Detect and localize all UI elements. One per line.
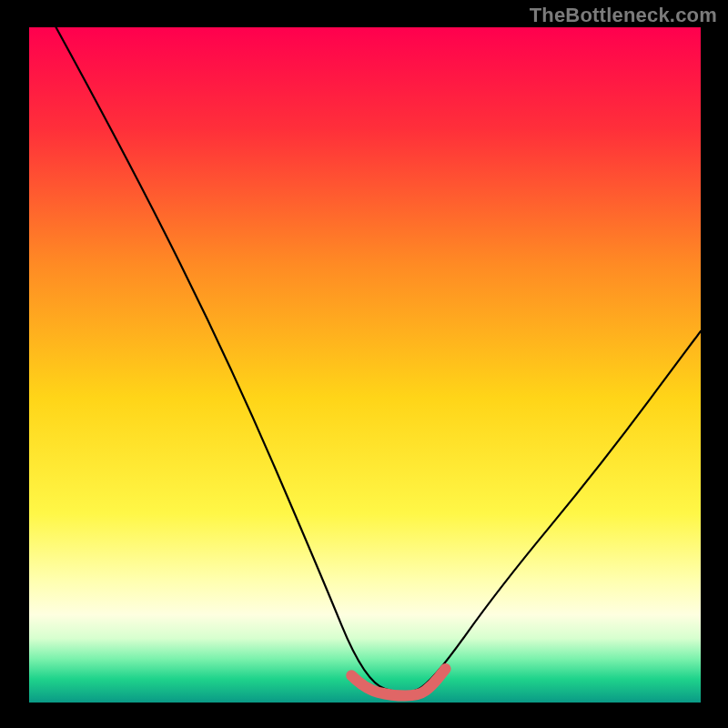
outer-frame: TheBottleneck.com — [0, 0, 728, 728]
plot-background-gradient — [29, 27, 701, 703]
bottleneck-chart — [0, 0, 728, 728]
